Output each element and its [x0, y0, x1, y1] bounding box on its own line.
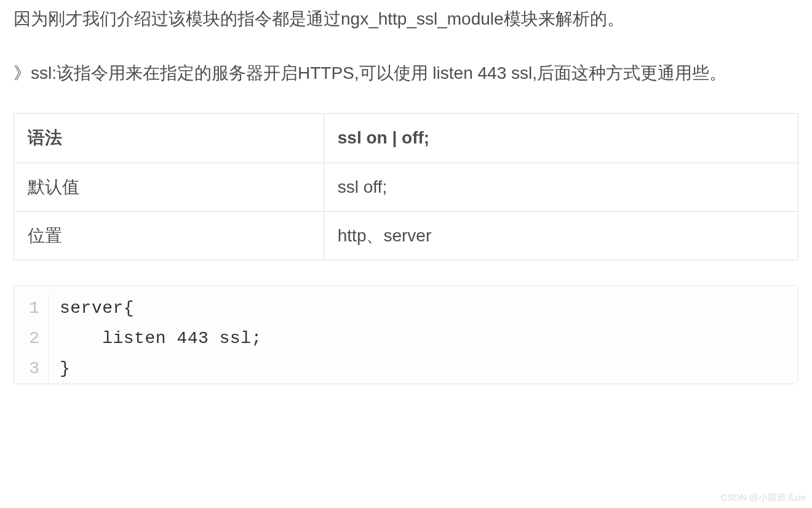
code-line: 1 server{: [14, 293, 798, 323]
table-row: 默认值 ssl off;: [14, 163, 798, 211]
code-line: 3 }: [14, 353, 798, 384]
line-number: 1: [14, 293, 49, 323]
table-header-value: ssl on | off;: [324, 114, 798, 163]
table-cell-value: http、server: [324, 211, 798, 260]
intro-paragraph-2: 》ssl:该指令用来在指定的服务器开启HTTPS,可以使用 listen 443…: [14, 59, 798, 87]
line-number: 3: [14, 353, 49, 384]
table-header-syntax: 语法: [14, 114, 324, 163]
syntax-table: 语法 ssl on | off; 默认值 ssl off; 位置 http、se…: [14, 113, 798, 260]
line-content: }: [49, 353, 70, 384]
code-line: 2 listen 443 ssl;: [14, 323, 798, 353]
table-cell-label: 默认值: [14, 163, 324, 211]
line-content: server{: [49, 293, 134, 323]
table-cell-value: ssl off;: [324, 163, 798, 211]
table-row: 位置 http、server: [14, 211, 798, 260]
code-block: 1 server{ 2 listen 443 ssl; 3 }: [14, 285, 798, 384]
table-header-row: 语法 ssl on | off;: [14, 114, 798, 163]
table-cell-label: 位置: [14, 211, 324, 260]
line-content: listen 443 ssl;: [49, 323, 262, 353]
intro-paragraph-1: 因为刚才我们介绍过该模块的指令都是通过ngx_http_ssl_module模块…: [14, 5, 798, 33]
line-number: 2: [14, 323, 49, 353]
